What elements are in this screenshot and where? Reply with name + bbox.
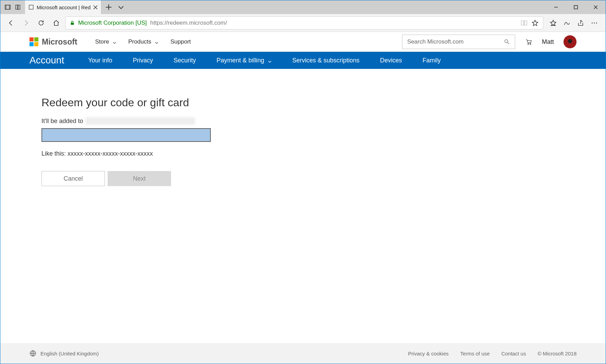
page-content: Microsoft Store Products Support Search … xyxy=(0,32,606,364)
account-subnav: Account Your info Privacy Security Payme… xyxy=(0,52,606,69)
subnav-your-info[interactable]: Your info xyxy=(88,57,112,64)
svg-point-9 xyxy=(596,22,597,23)
window-controls xyxy=(546,0,606,14)
svg-rect-0 xyxy=(5,5,10,10)
username-label[interactable]: Matt xyxy=(542,38,554,46)
svg-rect-2 xyxy=(16,5,17,10)
address-field[interactable]: Microsoft Corporation [US] https://redee… xyxy=(65,16,543,29)
code-input[interactable] xyxy=(41,128,211,142)
cart-icon[interactable] xyxy=(525,38,532,46)
footer-copyright: © Microsoft 2018 xyxy=(537,351,577,356)
notes-icon[interactable] xyxy=(563,19,571,27)
account-email-redacted xyxy=(85,117,195,125)
svg-rect-1 xyxy=(6,5,11,10)
home-button[interactable] xyxy=(50,17,62,29)
new-tab-button[interactable] xyxy=(105,3,112,11)
browser-addressbar: Microsoft Corporation [US] https://redee… xyxy=(0,14,606,32)
forward-button xyxy=(20,17,32,29)
window-close-button[interactable] xyxy=(586,0,606,14)
subnav-devices[interactable]: Devices xyxy=(380,57,402,64)
svg-point-11 xyxy=(528,44,529,45)
tab-title: Microsoft account | Red xyxy=(37,4,90,10)
reading-view-icon[interactable] xyxy=(520,19,528,27)
microsoft-logo-text: Microsoft xyxy=(42,37,77,47)
share-icon[interactable] xyxy=(577,19,584,27)
added-to-prefix: It'll be added to xyxy=(41,118,83,125)
tab-menu-chevron-icon[interactable] xyxy=(117,3,125,11)
microsoft-logo-icon xyxy=(29,37,38,46)
svg-point-8 xyxy=(594,22,595,23)
svg-point-7 xyxy=(592,22,593,23)
back-button[interactable] xyxy=(5,17,17,29)
avatar[interactable] xyxy=(563,35,577,48)
subnav-privacy[interactable]: Privacy xyxy=(133,57,153,64)
browser-tab-active[interactable]: Microsoft account | Red xyxy=(25,0,101,14)
window-maximize-button[interactable] xyxy=(566,0,586,14)
page-footer: English (United Kingdom) Privacy & cooki… xyxy=(0,343,606,364)
site-search-input[interactable]: Search Microsoft.com xyxy=(402,35,515,49)
url-text: https://redeem.microsoft.com/ xyxy=(150,20,227,26)
footer-privacy-link[interactable]: Privacy & cookies xyxy=(408,351,448,356)
footer-contact-link[interactable]: Contact us xyxy=(501,351,526,356)
nav-store[interactable]: Store xyxy=(95,36,117,47)
nav-products[interactable]: Products xyxy=(128,36,159,47)
page-title: Redeem your code or gift card xyxy=(41,96,565,109)
ms-topnav: Microsoft Store Products Support Search … xyxy=(0,32,606,52)
svg-rect-6 xyxy=(71,23,74,25)
browser-window: Microsoft account | Red Microsoft Corpor… xyxy=(0,0,606,364)
refresh-button[interactable] xyxy=(35,17,47,29)
address-inline-actions xyxy=(520,19,539,27)
svg-rect-3 xyxy=(18,5,20,10)
lock-icon xyxy=(70,21,75,25)
subnav-services[interactable]: Services & subscriptions xyxy=(292,57,360,64)
footer-language[interactable]: English (United Kingdom) xyxy=(29,350,99,357)
ev-cert-label: Microsoft Corporation [US] xyxy=(78,20,147,26)
search-icon xyxy=(504,39,510,45)
favorites-hub-icon[interactable] xyxy=(549,19,557,27)
code-format-hint: Like this: xxxxx-xxxxx-xxxxx-xxxxx-xxxxx xyxy=(41,150,565,157)
footer-language-label: English (United Kingdom) xyxy=(40,351,99,356)
subnav-brand[interactable]: Account xyxy=(29,55,64,66)
added-to-line: It'll be added to xyxy=(41,117,565,125)
subnav-payment[interactable]: Payment & billing xyxy=(217,57,272,64)
window-minimize-button[interactable] xyxy=(546,0,566,14)
chevron-down-icon xyxy=(155,40,159,44)
nav-support[interactable]: Support xyxy=(170,36,191,47)
tabbar-left-controls xyxy=(0,0,25,14)
microsoft-logo[interactable]: Microsoft xyxy=(29,37,77,47)
subnav-family[interactable]: Family xyxy=(423,57,441,64)
redeem-region: Redeem your code or gift card It'll be a… xyxy=(0,69,606,343)
page-icon xyxy=(28,4,34,10)
globe-icon xyxy=(29,350,36,357)
svg-rect-4 xyxy=(29,5,33,9)
footer-terms-link[interactable]: Terms of use xyxy=(460,351,490,356)
tabbar-actions xyxy=(101,0,128,14)
favorite-star-icon[interactable] xyxy=(531,19,539,27)
svg-point-12 xyxy=(530,44,531,45)
tab-aside-icon[interactable] xyxy=(4,4,11,10)
svg-rect-5 xyxy=(574,5,578,9)
tab-preview-icon[interactable] xyxy=(15,4,21,10)
browser-right-toolbar xyxy=(547,19,601,27)
browser-tabbar: Microsoft account | Red xyxy=(0,0,606,14)
svg-point-10 xyxy=(505,40,508,43)
chevron-down-icon xyxy=(268,58,272,62)
more-menu-icon[interactable] xyxy=(591,19,598,27)
chevron-down-icon xyxy=(112,40,117,44)
tab-close-icon[interactable] xyxy=(93,5,98,10)
subnav-security[interactable]: Security xyxy=(174,57,196,64)
site-search-placeholder: Search Microsoft.com xyxy=(407,38,463,45)
next-button: Next xyxy=(108,171,171,186)
cancel-button[interactable]: Cancel xyxy=(41,171,105,186)
